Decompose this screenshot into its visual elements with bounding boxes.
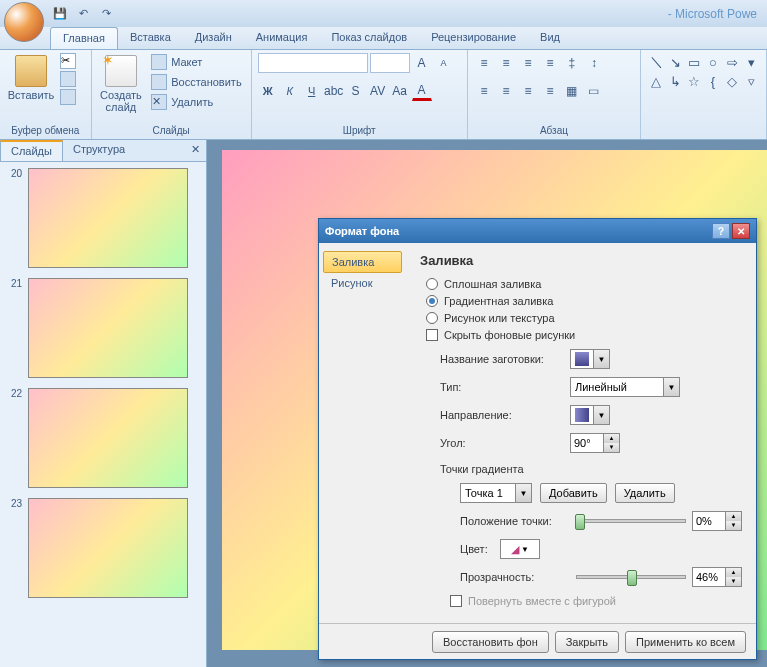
- color-picker-button[interactable]: ◢▼: [500, 539, 540, 559]
- thumb-row[interactable]: 22: [6, 388, 200, 488]
- indent-increase-button[interactable]: ≡: [540, 53, 560, 73]
- tab-insert[interactable]: Вставка: [118, 27, 183, 49]
- align-left-button[interactable]: ≡: [474, 81, 494, 101]
- close-panel-icon[interactable]: ✕: [185, 140, 206, 161]
- shape-arrowblock-icon[interactable]: ⇨: [723, 53, 741, 71]
- format-painter-icon[interactable]: [60, 89, 76, 105]
- undo-icon[interactable]: ↶: [73, 4, 93, 24]
- tab-review[interactable]: Рецензирование: [419, 27, 528, 49]
- spin-up-icon[interactable]: ▲: [725, 512, 741, 521]
- underline-button[interactable]: Ч: [302, 81, 322, 101]
- indent-decrease-button[interactable]: ≡: [518, 53, 538, 73]
- shape-callout-icon[interactable]: ◇: [723, 72, 741, 90]
- slider-thumb[interactable]: [627, 570, 637, 586]
- stop-combo[interactable]: Точка 1▼: [460, 483, 532, 503]
- new-slide-button[interactable]: Создать слайд: [98, 53, 145, 115]
- char-spacing-button[interactable]: AV: [368, 81, 388, 101]
- tab-animation[interactable]: Анимация: [244, 27, 320, 49]
- transparency-slider[interactable]: [576, 575, 686, 579]
- redo-icon[interactable]: ↷: [96, 4, 116, 24]
- slide-thumbnail[interactable]: [28, 388, 188, 488]
- close-icon[interactable]: ✕: [732, 223, 750, 239]
- font-size-combo[interactable]: [370, 53, 410, 73]
- shape-oval-icon[interactable]: ○: [704, 53, 722, 71]
- tab-view[interactable]: Вид: [528, 27, 572, 49]
- office-button[interactable]: [4, 2, 44, 42]
- align-right-button[interactable]: ≡: [518, 81, 538, 101]
- tab-slideshow[interactable]: Показ слайдов: [319, 27, 419, 49]
- restore-button[interactable]: Восстановить: [148, 73, 244, 91]
- radio-solid-fill[interactable]: [426, 278, 438, 290]
- add-stop-button[interactable]: Добавить: [540, 483, 607, 503]
- bullets-button[interactable]: ≡: [474, 53, 494, 73]
- preset-combo[interactable]: ▼: [570, 349, 610, 369]
- spin-up-icon[interactable]: ▲: [603, 434, 619, 443]
- shape-connector-icon[interactable]: ↳: [666, 72, 684, 90]
- transparency-spinner[interactable]: ▲▼: [692, 567, 742, 587]
- grow-font-icon[interactable]: A: [412, 53, 432, 73]
- tab-home[interactable]: Главная: [50, 27, 118, 49]
- thumb-row[interactable]: 23: [6, 498, 200, 598]
- radio-gradient-fill[interactable]: [426, 295, 438, 307]
- align-center-button[interactable]: ≡: [496, 81, 516, 101]
- shape-triangle-icon[interactable]: △: [647, 72, 665, 90]
- shape-star-icon[interactable]: ☆: [685, 72, 703, 90]
- check-hide-bg[interactable]: [426, 329, 438, 341]
- thumbnails-list[interactable]: 20 21 22 23: [0, 162, 206, 667]
- shadow-button[interactable]: S: [346, 81, 366, 101]
- slide-thumbnail[interactable]: [28, 498, 188, 598]
- copy-icon[interactable]: [60, 71, 76, 87]
- shape-rect-icon[interactable]: ▭: [685, 53, 703, 71]
- close-button[interactable]: Закрыть: [555, 631, 619, 653]
- radio-picture-fill[interactable]: [426, 312, 438, 324]
- cut-icon[interactable]: ✂: [60, 53, 76, 69]
- spin-down-icon[interactable]: ▼: [603, 443, 619, 452]
- tab-outline-panel[interactable]: Структура: [63, 140, 135, 161]
- font-family-combo[interactable]: [258, 53, 368, 73]
- text-direction-button[interactable]: ↕: [584, 53, 604, 73]
- angle-spinner[interactable]: ▲▼: [570, 433, 620, 453]
- slide-thumbnail[interactable]: [28, 168, 188, 268]
- columns-button[interactable]: ▦: [562, 81, 582, 101]
- strike-button[interactable]: abc: [324, 81, 344, 101]
- spin-down-icon[interactable]: ▼: [725, 521, 741, 530]
- delete-button[interactable]: ✕Удалить: [148, 93, 244, 111]
- reset-button[interactable]: Восстановить фон: [432, 631, 549, 653]
- convert-smartart-button[interactable]: ▭: [584, 81, 604, 101]
- angle-value[interactable]: [571, 437, 603, 449]
- shape-scroll-icon[interactable]: ▿: [742, 72, 760, 90]
- slider-thumb[interactable]: [575, 514, 585, 530]
- thumb-row[interactable]: 21: [6, 278, 200, 378]
- tab-design[interactable]: Дизайн: [183, 27, 244, 49]
- shape-line-icon[interactable]: ＼: [647, 53, 665, 71]
- thumb-row[interactable]: 20: [6, 168, 200, 268]
- numbering-button[interactable]: ≡: [496, 53, 516, 73]
- apply-all-button[interactable]: Применить ко всем: [625, 631, 746, 653]
- spin-up-icon[interactable]: ▲: [725, 568, 741, 577]
- help-button[interactable]: ?: [712, 223, 730, 239]
- spin-down-icon[interactable]: ▼: [725, 577, 741, 586]
- type-combo[interactable]: Линейный▼: [570, 377, 680, 397]
- position-slider[interactable]: [576, 519, 686, 523]
- remove-stop-button[interactable]: Удалить: [615, 483, 675, 503]
- shrink-font-icon[interactable]: A: [434, 53, 454, 73]
- slide-thumbnail[interactable]: [28, 278, 188, 378]
- nav-picture[interactable]: Рисунок: [323, 273, 402, 293]
- position-spinner[interactable]: ▲▼: [692, 511, 742, 531]
- save-icon[interactable]: 💾: [50, 4, 70, 24]
- layout-button[interactable]: Макет: [148, 53, 244, 71]
- bold-button[interactable]: Ж: [258, 81, 278, 101]
- line-spacing-button[interactable]: ‡: [562, 53, 582, 73]
- justify-button[interactable]: ≡: [540, 81, 560, 101]
- font-color-button[interactable]: A: [412, 81, 432, 101]
- position-value[interactable]: [693, 515, 725, 527]
- nav-fill[interactable]: Заливка: [323, 251, 402, 273]
- paste-button[interactable]: Вставить: [6, 53, 56, 103]
- shape-brace-icon[interactable]: {: [704, 72, 722, 90]
- transparency-value[interactable]: [693, 571, 725, 583]
- italic-button[interactable]: К: [280, 81, 300, 101]
- shape-arrow-icon[interactable]: ↘: [666, 53, 684, 71]
- shape-more-icon[interactable]: ▾: [742, 53, 760, 71]
- shapes-gallery[interactable]: ＼ ↘ ▭ ○ ⇨ ▾ △ ↳ ☆ { ◇ ▿: [647, 53, 760, 90]
- direction-combo[interactable]: ▼: [570, 405, 610, 425]
